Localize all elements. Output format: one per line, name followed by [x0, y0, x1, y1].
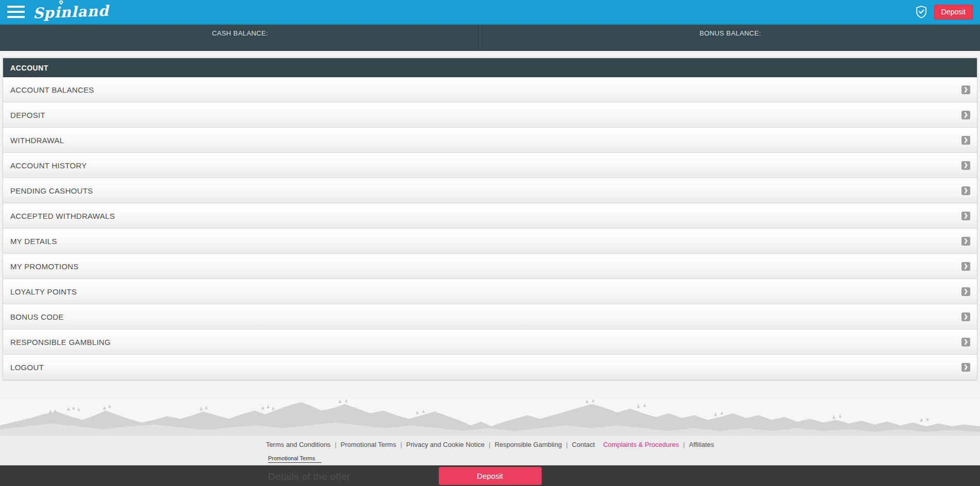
- menu-item-label: ACCOUNT HISTORY: [10, 161, 87, 170]
- footer-separator: |: [400, 441, 402, 448]
- footer-link-affiliates[interactable]: Affiliates: [689, 441, 714, 448]
- menu-item-loyalty-points[interactable]: LOYALTY POINTS ❯: [3, 279, 977, 304]
- tree-specks-decoration: [49, 399, 929, 422]
- menu-item-account-history[interactable]: ACCOUNT HISTORY ❯: [3, 153, 977, 178]
- chevron-right-icon: ❯: [961, 262, 970, 271]
- spinland-logo[interactable]: Spinland: [32, 2, 109, 22]
- menu-item-label: PENDING CASHOUTS: [10, 186, 93, 195]
- chevron-right-icon: ❯: [961, 161, 970, 170]
- menu-item-label: MY PROMOTIONS: [10, 262, 79, 271]
- footer-link-promotional-terms[interactable]: Promotional Terms: [341, 441, 396, 448]
- menu-item-label: MY DETAILS: [10, 237, 57, 246]
- chevron-right-icon: ❯: [961, 313, 970, 321]
- header-actions: Deposit: [915, 5, 973, 20]
- menu-item-my-promotions[interactable]: MY PROMOTIONS ❯: [3, 254, 977, 279]
- account-section: ACCOUNT ACCOUNT BALANCES ❯ DEPOSIT ❯ WIT…: [3, 58, 977, 380]
- chevron-right-icon: ❯: [961, 338, 970, 346]
- bonus-balance-cell: BONUS BALANCE:: [480, 25, 980, 51]
- menu-item-label: WITHDRAWAL: [10, 136, 64, 145]
- chevron-right-icon: ❯: [961, 85, 970, 94]
- footer-link-terms-and-conditions[interactable]: Terms and Conditions: [266, 441, 331, 448]
- footer-nav: Terms and Conditions|Promotional Terms|P…: [0, 441, 980, 448]
- menu-item-label: ACCEPTED WITHDRAWALS: [10, 212, 115, 220]
- menu-item-pending-cashouts[interactable]: PENDING CASHOUTS ❯: [3, 178, 977, 203]
- chevron-right-icon: ❯: [961, 136, 970, 145]
- menu-item-responsible-gambling[interactable]: RESPONSIBLE GAMBLING ❯: [3, 329, 977, 355]
- menu-item-label: DEPOSIT: [10, 111, 45, 119]
- footer-separator: |: [489, 441, 490, 448]
- footer: Terms and Conditions|Promotional Terms|P…: [0, 398, 980, 465]
- footer-link-contact[interactable]: Contact: [572, 441, 595, 448]
- footer-separator: |: [683, 441, 685, 448]
- chevron-right-icon: ❯: [961, 363, 970, 372]
- footer-separator: |: [566, 441, 567, 448]
- menu-item-label: LOGOUT: [10, 363, 44, 372]
- chevron-right-icon: ❯: [961, 287, 970, 296]
- mountain-silhouette-decoration: [0, 398, 980, 436]
- account-title-text: ACCOUNT: [10, 64, 48, 72]
- promotional-terms-heading: Promotional Terms: [268, 455, 322, 463]
- balance-bar: CASH BALANCE: BONUS BALANCE:: [0, 25, 980, 51]
- bonus-balance-label: BONUS BALANCE:: [700, 29, 761, 37]
- hamburger-menu-icon[interactable]: [7, 6, 25, 18]
- footer-link-complaints-procedures[interactable]: Complaints & Procedures: [603, 441, 679, 448]
- account-section-title: ACCOUNT: [3, 58, 977, 77]
- menu-item-label: LOYALTY POINTS: [10, 287, 77, 296]
- footer-link-privacy-cookie-notice[interactable]: Privacy and Cookie Notice: [406, 441, 485, 448]
- logo-text: Spinland: [32, 2, 109, 22]
- menu-item-deposit[interactable]: DEPOSIT ❯: [3, 102, 977, 128]
- menu-item-accepted-withdrawals[interactable]: ACCEPTED WITHDRAWALS ❯: [3, 203, 977, 229]
- top-header-bar: Spinland Deposit: [0, 0, 980, 25]
- bottom-deposit-button[interactable]: Deposit: [439, 467, 542, 485]
- shield-check-icon: [915, 5, 928, 19]
- footer-link-responsible-gambling[interactable]: Responsible Gambling: [494, 441, 562, 448]
- menu-item-bonus-code[interactable]: BONUS CODE ❯: [3, 304, 977, 329]
- footer-separator: |: [335, 441, 336, 448]
- menu-item-account-balances[interactable]: ACCOUNT BALANCES ❯: [3, 77, 977, 102]
- chevron-right-icon: ❯: [961, 111, 970, 119]
- menu-item-label: RESPONSIBLE GAMBLING: [10, 338, 111, 346]
- chevron-right-icon: ❯: [961, 212, 970, 220]
- bottom-overlay-bar: Details of the offer Deposit: [0, 465, 980, 486]
- menu-item-withdrawal[interactable]: WITHDRAWAL ❯: [3, 128, 977, 153]
- chevron-right-icon: ❯: [961, 237, 970, 246]
- chevron-right-icon: ❯: [961, 186, 970, 195]
- cash-balance-label: CASH BALANCE:: [212, 29, 268, 37]
- menu-item-logout[interactable]: LOGOUT ❯: [3, 355, 977, 380]
- menu-item-label: BONUS CODE: [10, 313, 64, 321]
- menu-item-my-details[interactable]: MY DETAILS ❯: [3, 229, 977, 254]
- menu-item-label: ACCOUNT BALANCES: [10, 85, 94, 94]
- footer-links-area: Terms and Conditions|Promotional Terms|P…: [0, 436, 980, 465]
- cash-balance-cell: CASH BALANCE:: [0, 25, 480, 51]
- details-of-offer-heading: Details of the offer: [268, 471, 350, 482]
- header-deposit-button[interactable]: Deposit: [934, 5, 973, 20]
